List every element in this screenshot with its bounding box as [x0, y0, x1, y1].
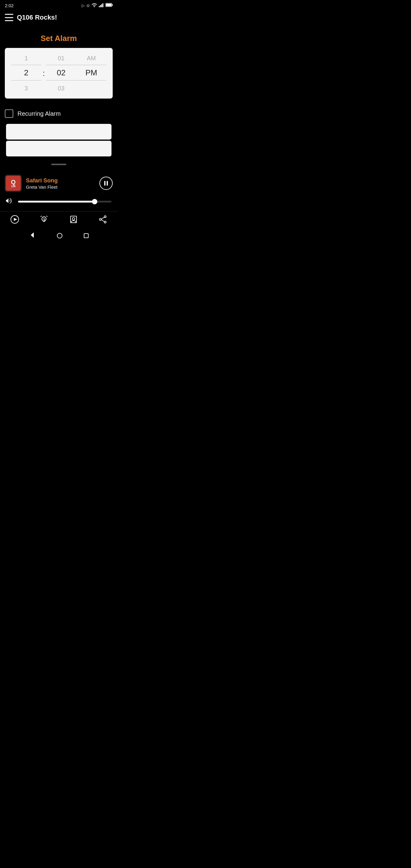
svg-point-15 — [99, 218, 101, 220]
svg-point-16 — [104, 221, 106, 223]
android-back-button[interactable] — [29, 232, 36, 240]
day-selector-area[interactable] — [6, 124, 112, 156]
play-indicator-icon: ▷ — [82, 3, 85, 8]
top-bar: Q106 Rocks! — [0, 10, 118, 25]
svg-rect-2 — [100, 5, 101, 7]
track-title: Safari Song — [26, 177, 95, 184]
svg-rect-1 — [99, 6, 100, 7]
page-title: Set Alarm — [0, 25, 118, 48]
minute-picker[interactable]: 01 02 03 — [46, 52, 76, 94]
day-row-1[interactable] — [6, 124, 112, 140]
android-recent-button[interactable] — [84, 233, 89, 238]
bottom-handle — [0, 161, 118, 169]
volume-row — [0, 195, 118, 210]
signal-icon — [99, 3, 104, 8]
svg-line-17 — [101, 217, 104, 219]
minute-selected[interactable]: 02 — [46, 65, 76, 81]
svg-point-14 — [104, 216, 106, 218]
hour-above: 1 — [11, 52, 41, 65]
station-q-letter: Q — [11, 179, 16, 185]
svg-rect-6 — [112, 4, 113, 6]
volume-icon — [6, 198, 14, 205]
now-playing-bar: Q 106 Safari Song Greta Van Fleet — [0, 171, 118, 195]
ampm-below — [76, 81, 106, 94]
station-logo-inner: Q 106 — [6, 176, 21, 191]
track-artist: Greta Van Fleet — [26, 184, 95, 190]
volume-fill — [18, 201, 95, 203]
svg-rect-11 — [46, 216, 48, 217]
bottom-nav — [0, 211, 118, 228]
minute-above: 01 — [46, 52, 76, 65]
app-title: Q106 Rocks! — [17, 13, 57, 22]
nav-play[interactable] — [10, 215, 19, 226]
contact-nav-icon — [69, 215, 78, 226]
ampm-above: AM — [76, 52, 106, 65]
share-nav-icon — [98, 215, 107, 226]
station-logo[interactable]: Q 106 — [5, 175, 22, 192]
android-nav-bar — [0, 228, 118, 243]
play-nav-icon — [10, 215, 19, 226]
hour-below: 3 — [11, 81, 41, 94]
station-number: 106 — [11, 185, 15, 188]
status-bar: 2:02 ▷ ⊙ — [0, 0, 118, 10]
pause-icon — [104, 181, 108, 186]
recurring-checkbox[interactable] — [5, 110, 13, 118]
nav-share[interactable] — [98, 215, 107, 226]
hour-selected[interactable]: 2 — [11, 65, 41, 81]
svg-marker-19 — [31, 232, 34, 238]
svg-line-18 — [101, 220, 104, 221]
svg-marker-9 — [14, 218, 17, 221]
ampm-picker[interactable]: AM PM — [76, 52, 106, 94]
status-time: 2:02 — [5, 3, 13, 8]
nav-alarm[interactable] — [40, 215, 48, 226]
day-row-2[interactable] — [6, 141, 112, 156]
svg-rect-3 — [101, 4, 102, 7]
ampm-selected[interactable]: PM — [76, 65, 106, 81]
menu-button[interactable] — [5, 14, 13, 21]
recurring-label: Recurring Alarm — [18, 110, 61, 117]
time-picker[interactable]: 1 2 3 : 01 02 03 AM PM — [7, 52, 110, 94]
alarm-nav-icon — [40, 215, 48, 226]
svg-rect-7 — [106, 4, 112, 6]
nav-contact[interactable] — [69, 215, 78, 226]
svg-point-13 — [72, 218, 75, 220]
status-icons: ▷ ⊙ — [82, 3, 113, 8]
minute-below: 03 — [46, 81, 76, 94]
android-home-button[interactable] — [57, 233, 62, 239]
battery-icon — [105, 3, 113, 8]
svg-rect-4 — [102, 3, 103, 7]
volume-knob[interactable] — [92, 199, 97, 204]
handle-bar — [51, 164, 66, 165]
wifi-icon — [92, 3, 97, 8]
recurring-alarm-row[interactable]: Recurring Alarm — [0, 104, 118, 124]
svg-point-0 — [94, 7, 95, 7]
track-info: Safari Song Greta Van Fleet — [26, 177, 95, 190]
location-icon: ⊙ — [87, 3, 90, 8]
hour-picker[interactable]: 1 2 3 — [11, 52, 41, 94]
svg-rect-10 — [40, 216, 42, 217]
time-picker-container: 1 2 3 : 01 02 03 AM PM — [5, 48, 113, 98]
time-separator: : — [41, 69, 46, 78]
volume-bar[interactable] — [18, 201, 112, 203]
pause-button[interactable] — [99, 177, 113, 190]
